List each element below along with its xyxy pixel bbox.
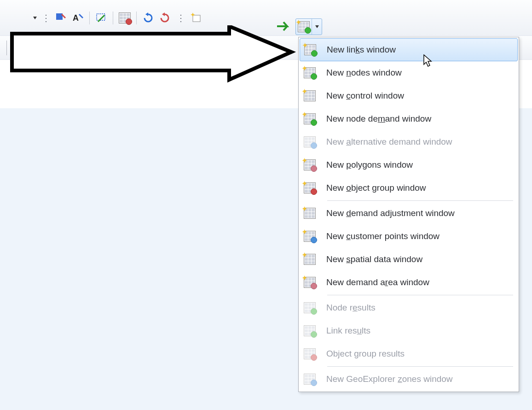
menu-object-group-results: Object group results bbox=[300, 342, 518, 365]
toolbar-grip: ⋮ bbox=[174, 12, 186, 23]
menu-item-label: New polygons window bbox=[326, 160, 513, 170]
toolbar-separator bbox=[113, 12, 113, 24]
menu-new-demand-adjustment-window[interactable]: New demand adjustment window bbox=[300, 202, 518, 225]
menu-new-customer-points-window[interactable]: New customer points window bbox=[300, 225, 518, 248]
menu-new-demand-area-window[interactable]: New demand area window bbox=[300, 271, 518, 294]
customer-points-icon bbox=[302, 230, 317, 243]
refresh-icon[interactable] bbox=[141, 11, 155, 25]
menu-separator bbox=[327, 295, 513, 295]
menu-item-label: New nodes window bbox=[326, 68, 513, 78]
object-group-icon bbox=[302, 182, 317, 194]
menu-new-spatial-data-window[interactable]: New spatial data window bbox=[300, 248, 518, 271]
links-icon bbox=[303, 43, 318, 56]
menu-item-label: New customer points window bbox=[326, 231, 513, 241]
split-button-dropdown-arrow[interactable] bbox=[312, 19, 322, 35]
menu-link-results: Link results bbox=[300, 319, 518, 342]
alt-demand-icon bbox=[302, 135, 317, 148]
menu-new-node-demand-window[interactable]: New node demand window bbox=[300, 107, 518, 130]
menu-item-label: Object group results bbox=[326, 349, 513, 359]
geoexplorer-icon bbox=[302, 373, 317, 386]
menu-separator bbox=[327, 366, 513, 367]
demand-adj-icon bbox=[302, 207, 317, 220]
toolbar-separator bbox=[89, 12, 90, 24]
menu-separator bbox=[327, 200, 513, 201]
object-group-results-icon bbox=[302, 347, 317, 360]
polygons-icon bbox=[302, 158, 317, 171]
menu-node-results: Node results bbox=[300, 296, 518, 319]
nodes-icon bbox=[302, 66, 317, 79]
menu-item-label: New control window bbox=[326, 91, 513, 101]
menu-item-label: New demand area window bbox=[326, 277, 513, 287]
svg-text:✦: ✦ bbox=[190, 12, 196, 18]
font-annotate-icon[interactable]: A bbox=[71, 11, 85, 25]
menu-item-label: New spatial data window bbox=[326, 254, 513, 264]
menu-item-label: Node results bbox=[326, 303, 513, 313]
new-window-split-button[interactable] bbox=[295, 18, 322, 35]
demand-icon bbox=[302, 112, 317, 125]
annotation-arrow bbox=[8, 25, 298, 88]
menu-item-label: New GeoExplorer zones window bbox=[326, 374, 513, 384]
new-grid-window-icon[interactable] bbox=[296, 19, 312, 35]
menu-item-label: New node demand window bbox=[326, 114, 513, 124]
menu-item-label: New demand adjustment window bbox=[326, 208, 513, 218]
refresh-error-icon[interactable] bbox=[158, 11, 172, 25]
select-elements-icon[interactable] bbox=[94, 11, 108, 25]
spatial-data-icon bbox=[302, 253, 317, 266]
menu-new-nodes-window[interactable]: New nodes window bbox=[300, 61, 518, 84]
control-icon bbox=[302, 89, 317, 102]
font-blue-icon[interactable] bbox=[54, 11, 68, 25]
grid-check-icon[interactable] bbox=[118, 11, 132, 25]
new-star-icon[interactable]: ✦ bbox=[189, 11, 203, 25]
link-results-icon bbox=[302, 324, 317, 337]
menu-new-geoexplorer-zones-window: New GeoExplorer zones window bbox=[300, 368, 518, 391]
toolbar-separator bbox=[136, 12, 137, 24]
toolbar-dropdown-arrow[interactable] bbox=[33, 11, 37, 25]
node-results-icon bbox=[302, 301, 317, 314]
menu-new-alternative-demand-window: New alternative demand window bbox=[300, 130, 518, 153]
menu-new-polygons-window[interactable]: New polygons window bbox=[300, 153, 518, 176]
menu-item-label: Link results bbox=[326, 326, 513, 336]
menu-item-label: New object group window bbox=[326, 183, 513, 193]
menu-new-control-window[interactable]: New control window bbox=[300, 84, 518, 107]
svg-rect-0 bbox=[56, 13, 63, 20]
menu-new-links-window[interactable]: New links window bbox=[300, 38, 518, 61]
svg-text:A: A bbox=[73, 13, 79, 23]
new-window-dropdown-menu: New links windowNew nodes windowNew cont… bbox=[298, 37, 519, 392]
menu-item-label: New alternative demand window bbox=[326, 137, 513, 147]
menu-new-object-group-window[interactable]: New object group window bbox=[300, 176, 518, 199]
menu-item-label: New links window bbox=[327, 45, 513, 55]
mouse-cursor-icon bbox=[423, 54, 433, 67]
toolbar-grip: ⋮ bbox=[40, 12, 52, 23]
demand-area-icon bbox=[302, 276, 317, 289]
